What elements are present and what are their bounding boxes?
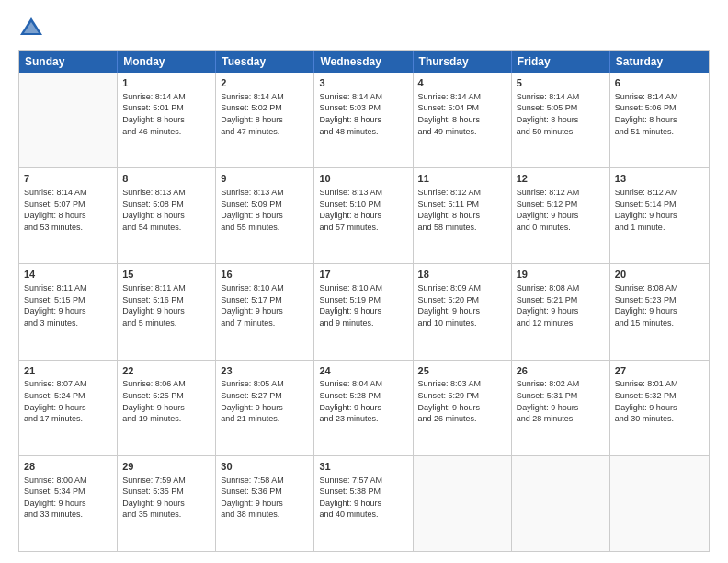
logo-icon [18, 15, 44, 40]
cell-text: and 57 minutes. [319, 222, 407, 234]
calendar-cell: 1Sunrise: 8:14 AMSunset: 5:01 PMDaylight… [118, 73, 216, 167]
cell-text: and 46 minutes. [122, 126, 210, 138]
cell-text: Sunrise: 8:08 AM [615, 282, 704, 294]
cell-text: Daylight: 8 hours [418, 210, 506, 222]
cell-text: Sunset: 5:19 PM [319, 294, 407, 306]
cell-text: Daylight: 8 hours [24, 210, 112, 222]
cell-text: and 12 minutes. [517, 317, 605, 329]
calendar-cell: 10Sunrise: 8:13 AMSunset: 5:10 PMDayligh… [314, 168, 413, 263]
header-cell-friday: Friday [512, 51, 610, 73]
day-number: 31 [319, 460, 407, 474]
calendar-cell [414, 456, 512, 551]
day-number: 9 [221, 172, 309, 186]
calendar-cell [512, 456, 610, 551]
cell-text: Daylight: 9 hours [517, 402, 605, 414]
cell-text: Sunrise: 8:13 AM [122, 187, 210, 199]
calendar-cell: 11Sunrise: 8:12 AMSunset: 5:11 PMDayligh… [414, 168, 512, 263]
day-number: 3 [319, 76, 407, 90]
cell-text: Sunrise: 8:01 AM [615, 378, 704, 390]
day-number: 15 [122, 268, 210, 282]
cell-text: Sunset: 5:23 PM [615, 294, 704, 306]
header-cell-sunday: Sunday [19, 51, 118, 73]
cell-text: and 50 minutes. [517, 126, 605, 138]
cell-text: and 1 minute. [615, 222, 704, 234]
cell-text: and 17 minutes. [24, 413, 112, 425]
cell-text: and 35 minutes. [122, 509, 210, 521]
cell-text: Sunset: 5:25 PM [122, 390, 210, 402]
day-number: 8 [122, 172, 210, 186]
calendar-cell [19, 73, 118, 167]
cell-text: and 15 minutes. [615, 317, 704, 329]
cell-text: Sunrise: 8:09 AM [418, 282, 506, 294]
cell-text: Sunset: 5:16 PM [122, 294, 210, 306]
cell-text: Daylight: 8 hours [319, 114, 407, 126]
calendar-cell: 3Sunrise: 8:14 AMSunset: 5:03 PMDaylight… [314, 73, 413, 167]
calendar-cell: 31Sunrise: 7:57 AMSunset: 5:38 PMDayligh… [314, 456, 413, 551]
calendar-row: 14Sunrise: 8:11 AMSunset: 5:15 PMDayligh… [19, 264, 709, 360]
calendar-cell: 19Sunrise: 8:08 AMSunset: 5:21 PMDayligh… [512, 264, 610, 359]
cell-text: Sunset: 5:11 PM [418, 199, 506, 211]
cell-text: Sunset: 5:29 PM [418, 390, 506, 402]
cell-text: Sunset: 5:01 PM [122, 102, 210, 114]
cell-text: Sunrise: 8:04 AM [319, 378, 407, 390]
cell-text: and 19 minutes. [122, 413, 210, 425]
cell-text: Sunrise: 7:58 AM [221, 475, 309, 487]
day-number: 4 [418, 76, 506, 90]
cell-text: Sunrise: 8:05 AM [221, 378, 309, 390]
cell-text: and 26 minutes. [418, 413, 506, 425]
cell-text: Sunset: 5:14 PM [615, 199, 704, 211]
calendar-cell: 9Sunrise: 8:13 AMSunset: 5:09 PMDaylight… [216, 168, 314, 263]
calendar-cell: 26Sunrise: 8:02 AMSunset: 5:31 PMDayligh… [512, 361, 610, 455]
day-number: 14 [24, 268, 112, 282]
calendar-cell: 27Sunrise: 8:01 AMSunset: 5:32 PMDayligh… [610, 361, 709, 455]
cell-text: Sunrise: 8:14 AM [418, 91, 506, 103]
day-number: 25 [418, 364, 506, 378]
cell-text: Sunset: 5:32 PM [615, 390, 704, 402]
cell-text: Sunrise: 8:12 AM [615, 187, 704, 199]
cell-text: Sunset: 5:10 PM [319, 199, 407, 211]
day-number: 1 [122, 76, 210, 90]
cell-text: Daylight: 8 hours [122, 210, 210, 222]
calendar-header-row: SundayMondayTuesdayWednesdayThursdayFrid… [19, 51, 709, 73]
cell-text: Sunrise: 8:13 AM [221, 187, 309, 199]
cell-text: Sunrise: 8:02 AM [517, 378, 605, 390]
day-number: 29 [122, 460, 210, 474]
cell-text: Sunrise: 8:14 AM [517, 91, 605, 103]
cell-text: and 54 minutes. [122, 222, 210, 234]
cell-text: Sunrise: 8:14 AM [615, 91, 704, 103]
calendar-cell: 7Sunrise: 8:14 AMSunset: 5:07 PMDaylight… [19, 168, 118, 263]
day-number: 21 [24, 364, 112, 378]
cell-text: Daylight: 8 hours [517, 114, 605, 126]
cell-text: Sunset: 5:04 PM [418, 102, 506, 114]
calendar-cell: 20Sunrise: 8:08 AMSunset: 5:23 PMDayligh… [610, 264, 709, 359]
calendar-cell: 30Sunrise: 7:58 AMSunset: 5:36 PMDayligh… [216, 456, 314, 551]
cell-text: Daylight: 9 hours [319, 498, 407, 510]
calendar-cell: 28Sunrise: 8:00 AMSunset: 5:34 PMDayligh… [19, 456, 118, 551]
day-number: 2 [221, 76, 309, 90]
cell-text: Sunrise: 8:10 AM [319, 282, 407, 294]
cell-text: Sunset: 5:35 PM [122, 486, 210, 498]
cell-text: Sunset: 5:28 PM [319, 390, 407, 402]
cell-text: Daylight: 9 hours [418, 305, 506, 317]
cell-text: Sunrise: 8:14 AM [221, 91, 309, 103]
calendar-cell: 29Sunrise: 7:59 AMSunset: 5:35 PMDayligh… [118, 456, 216, 551]
calendar-cell: 22Sunrise: 8:06 AMSunset: 5:25 PMDayligh… [118, 361, 216, 455]
cell-text: and 48 minutes. [319, 126, 407, 138]
cell-text: Daylight: 8 hours [418, 114, 506, 126]
cell-text: Sunset: 5:36 PM [221, 486, 309, 498]
cell-text: Sunset: 5:31 PM [517, 390, 605, 402]
cell-text: Daylight: 8 hours [615, 114, 704, 126]
cell-text: Daylight: 9 hours [615, 210, 704, 222]
cell-text: and 3 minutes. [24, 317, 112, 329]
calendar-cell [610, 456, 709, 551]
cell-text: Sunset: 5:15 PM [24, 294, 112, 306]
day-number: 5 [517, 76, 605, 90]
cell-text: Sunrise: 8:07 AM [24, 378, 112, 390]
cell-text: Daylight: 9 hours [517, 210, 605, 222]
cell-text: and 30 minutes. [615, 413, 704, 425]
cell-text: Daylight: 9 hours [221, 305, 309, 317]
day-number: 30 [221, 460, 309, 474]
cell-text: Sunrise: 8:08 AM [517, 282, 605, 294]
cell-text: Sunrise: 8:14 AM [319, 91, 407, 103]
cell-text: and 9 minutes. [319, 317, 407, 329]
